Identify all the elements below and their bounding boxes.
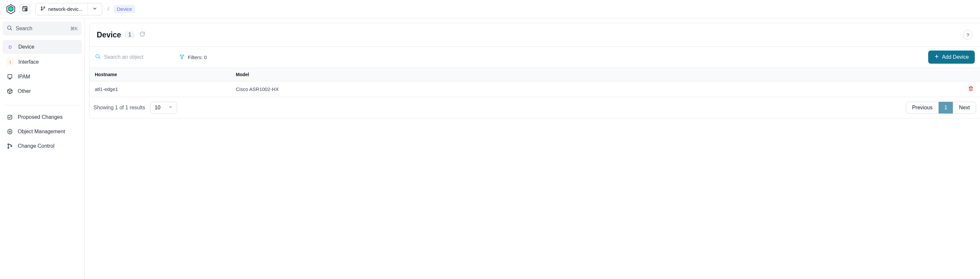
sidebar-item-device[interactable]: D Device xyxy=(3,40,82,54)
branch-name: network-devic... xyxy=(48,6,83,12)
cell-model: Cisco ASR1002-HX xyxy=(236,86,968,92)
svg-rect-12 xyxy=(8,75,12,78)
count-badge: 1 xyxy=(125,31,134,38)
table-header: Hostname Model xyxy=(89,68,980,81)
object-management-icon xyxy=(6,128,13,135)
calendar-clock-icon xyxy=(22,6,28,13)
sidebar-item-label: Object Management xyxy=(18,129,65,135)
table-row[interactable]: atl1-edge1 Cisco ASR1002-HX xyxy=(89,81,980,97)
search-icon xyxy=(95,54,101,61)
sidebar-group-lower: Proposed Changes Object Management xyxy=(3,111,82,157)
breadcrumb: / Device xyxy=(108,5,135,13)
sidebar-item-interface[interactable]: I Interface xyxy=(3,55,82,69)
svg-line-11 xyxy=(11,29,11,30)
calendar-button[interactable] xyxy=(20,4,30,14)
sidebar-item-change-control[interactable]: Change Control xyxy=(3,139,82,153)
sidebar-item-label: Interface xyxy=(18,59,39,65)
search-label: Search xyxy=(16,26,67,32)
filters-label: Filters: 0 xyxy=(188,54,207,60)
git-branch-icon xyxy=(40,6,46,13)
branch-picker-main[interactable]: network-devic... xyxy=(36,3,88,15)
ipam-icon xyxy=(6,73,13,80)
results-text: Showing 1 of 1 results xyxy=(94,105,145,111)
device-icon: D xyxy=(6,43,14,51)
add-device-button[interactable]: Add Device xyxy=(928,51,975,64)
sidebar-item-label: IPAM xyxy=(18,74,30,80)
change-control-icon xyxy=(6,143,13,149)
cell-hostname: atl1-edge1 xyxy=(95,86,236,92)
object-search[interactable] xyxy=(95,54,173,61)
search-icon xyxy=(6,25,13,32)
delete-row-button[interactable] xyxy=(968,86,975,92)
svg-line-22 xyxy=(99,57,100,58)
help-button[interactable]: ? xyxy=(963,30,973,40)
trash-icon xyxy=(968,87,974,92)
sidebar-item-object-management[interactable]: Object Management xyxy=(3,125,82,138)
proposed-changes-icon xyxy=(6,114,13,120)
pagination: Previous 1 Next xyxy=(906,102,976,113)
app-logo-icon[interactable] xyxy=(6,4,16,14)
next-page-button[interactable]: Next xyxy=(953,102,976,113)
sidebar-item-label: Other xyxy=(18,88,31,94)
main-content: Device 1 ? xyxy=(84,18,980,279)
sidebar-item-proposed-changes[interactable]: Proposed Changes xyxy=(3,111,82,124)
add-button-label: Add Device xyxy=(942,54,969,60)
content-panel: Device 1 ? xyxy=(89,23,980,118)
breadcrumb-current[interactable]: Device xyxy=(114,5,135,13)
previous-page-button[interactable]: Previous xyxy=(906,102,939,113)
refresh-icon xyxy=(139,31,145,38)
sidebar: Search ⌘K D Device I Interface xyxy=(0,18,84,279)
chevron-down-icon xyxy=(168,105,173,111)
toolbar: Filters: 0 Add Device xyxy=(89,46,980,68)
page-size-select[interactable]: 10 xyxy=(150,102,177,113)
cube-icon xyxy=(6,88,13,94)
column-header-model[interactable]: Model xyxy=(236,72,975,77)
table-footer: Showing 1 of 1 results 10 Previous 1 Nex… xyxy=(89,97,980,118)
plus-icon xyxy=(934,54,939,61)
search-shortcut: ⌘K xyxy=(70,26,78,31)
sidebar-item-label: Proposed Changes xyxy=(18,114,63,120)
svg-marker-23 xyxy=(180,55,184,59)
sidebar-item-ipam[interactable]: IPAM xyxy=(3,70,82,83)
chevron-down-icon xyxy=(92,6,97,13)
filters-button[interactable]: Filters: 0 xyxy=(180,54,207,61)
column-header-hostname[interactable]: Hostname xyxy=(95,72,236,77)
branch-picker-dropdown[interactable] xyxy=(88,3,102,15)
refresh-button[interactable] xyxy=(138,31,146,39)
sidebar-group-main: D Device I Interface IPAM xyxy=(3,40,82,102)
sidebar-item-label: Change Control xyxy=(18,143,54,149)
svg-line-6 xyxy=(26,10,26,10)
object-search-input[interactable] xyxy=(104,54,173,60)
breadcrumb-separator: / xyxy=(108,6,109,12)
filter-icon xyxy=(180,54,185,61)
panel-header: Device 1 ? xyxy=(89,23,980,46)
svg-point-17 xyxy=(9,131,11,132)
logo-group xyxy=(6,4,30,14)
sidebar-item-other[interactable]: Other xyxy=(3,84,82,98)
branch-picker: network-devic... xyxy=(35,3,102,16)
page-size-value: 10 xyxy=(154,105,161,111)
interface-icon: I xyxy=(6,58,14,65)
sidebar-divider xyxy=(4,105,80,105)
current-page-button[interactable]: 1 xyxy=(939,102,953,113)
topbar: network-devic... / Device xyxy=(0,0,980,18)
svg-rect-16 xyxy=(8,115,12,119)
sidebar-item-label: Device xyxy=(18,44,35,50)
global-search[interactable]: Search ⌘K xyxy=(3,22,82,35)
page-title: Device xyxy=(97,30,121,39)
